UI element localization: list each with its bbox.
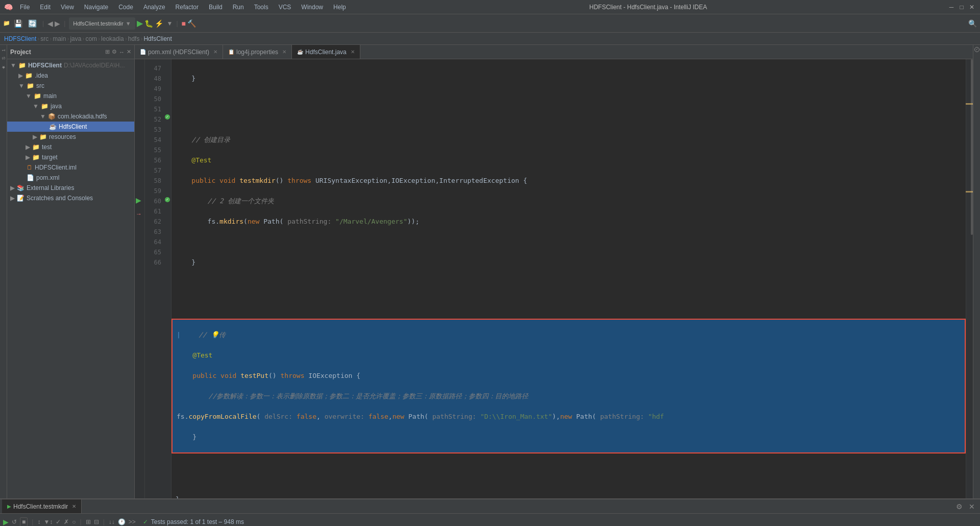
scrollbar-thumb[interactable] (971, 59, 973, 235)
code-editor-container: 📄 pom.xml (HDFSClient) ✕ 📋 log4j.propert… (135, 45, 973, 498)
tab-pom[interactable]: 📄 pom.xml (HDFSClient) ✕ (135, 45, 223, 59)
tree-item-idea[interactable]: ▶ 📁 .idea (7, 70, 134, 81)
tree-item-scratches[interactable]: ▶ 📝 Scratches and Consoles (7, 193, 134, 203)
menu-tools[interactable]: Tools (251, 3, 272, 12)
run-dropdown-btn[interactable]: ▼ (167, 20, 173, 27)
minimize-button[interactable]: ─ (947, 3, 955, 11)
bookmark-52[interactable]: ✓ (165, 114, 170, 119)
close-button[interactable]: ✕ (968, 3, 976, 11)
code-content[interactable]: } // 创建目录 @Test public void testmkdir() … (172, 59, 966, 498)
structure-tool-icon[interactable]: S (1, 55, 6, 62)
run-passed-filter[interactable]: ✓ (56, 518, 61, 525)
fav-tool-icon[interactable]: ★ (1, 63, 6, 72)
menu-build[interactable]: Build (206, 3, 226, 12)
tab-close-btn[interactable]: ✕ (351, 49, 355, 55)
run-config-selector[interactable]: HdfsClient.testmkdir ▼ (69, 17, 135, 30)
run-panel-close[interactable]: ✕ (966, 503, 978, 511)
run-collapse-btn[interactable]: ⊟ (94, 518, 99, 525)
run-expand-btn[interactable]: ⊞ (86, 518, 91, 525)
tab-close-btn[interactable]: ✕ (213, 49, 217, 55)
run-more-btn[interactable]: >> (129, 518, 136, 525)
breadcrumb-main[interactable]: main (53, 35, 66, 42)
tree-item-test[interactable]: ▶ 📁 test (7, 142, 134, 152)
tree-item-hdfs-client-root[interactable]: ▼ 📁 HDFSClient D:\JAVAcodeIDEA\H... (7, 60, 134, 70)
toolbar-back-btn[interactable]: ◀ (47, 19, 53, 28)
bookmark-60[interactable]: ✓ (165, 197, 170, 202)
tab-log4j[interactable]: 📋 log4j.properties ✕ (223, 45, 292, 59)
run-panel-settings[interactable]: ⚙ (953, 503, 966, 511)
menu-analyze[interactable]: Analyze (140, 3, 168, 12)
breadcrumb-hdfs-client[interactable]: HdfsClient (143, 35, 172, 42)
menu-code[interactable]: Code (115, 3, 136, 12)
code-line-52: public void testmkdir() throws URISyntax… (176, 176, 962, 186)
toolbar-project-icon: 📁 (3, 20, 10, 27)
run-history-btn[interactable]: 🕐 (118, 518, 126, 525)
menu-file[interactable]: File (17, 3, 33, 12)
tree-label: test (42, 144, 52, 151)
run-gutter-icon[interactable]: ▶ (136, 196, 141, 204)
bottom-panel: ▶ HdfsClient.testmkdir ✕ ⚙ ✕ ▶ ↺ ■ | ↕ ▼… (0, 498, 980, 526)
toolbar-forward-btn[interactable]: ▶ (55, 19, 60, 28)
right-error-indicator: ✓ (974, 47, 979, 52)
build-button[interactable]: 🔨 (187, 19, 196, 28)
tab-label: pom.xml (HDFSClient) (148, 49, 209, 56)
window-title: HDFSClient - HdfsClient.java - IntelliJ … (349, 4, 947, 11)
toolbar-sync-btn[interactable]: 🔄 (26, 18, 39, 29)
run-filter-btn[interactable]: ▼↕ (43, 518, 53, 525)
run-failed-filter[interactable]: ✗ (64, 518, 69, 525)
code-line-59: @Test (177, 350, 961, 361)
breadcrumb-hdfs[interactable]: hdfs (128, 35, 140, 42)
gutter: ▶ → (135, 59, 145, 498)
tree-item-target[interactable]: ▶ 📁 target (7, 152, 134, 162)
run-sort-btn[interactable]: ↕ (37, 518, 40, 525)
run-with-coverage-btn[interactable]: ⚡ (155, 19, 163, 28)
tab-hdfs-client[interactable]: ☕ HdfsClient.java ✕ (292, 45, 360, 59)
panel-external-icon[interactable]: ⊞ (105, 49, 110, 55)
breadcrumb-project[interactable]: HDFSClient (4, 35, 36, 42)
breadcrumb-sep5: › (98, 35, 100, 42)
run-play-btn[interactable]: ▶ (3, 518, 9, 526)
tree-item-src[interactable]: ▼ 📁 src (7, 81, 134, 91)
run-stop-btn[interactable]: ■ (20, 517, 28, 527)
menu-navigate[interactable]: Navigate (81, 3, 111, 12)
breadcrumb-com[interactable]: com (85, 35, 97, 42)
breadcrumb-leokadia[interactable]: leokadia (101, 35, 124, 42)
menu-run[interactable]: Run (230, 3, 247, 12)
tree-item-external-libs[interactable]: ▶ 📚 External Libraries (7, 183, 134, 193)
menu-refactor[interactable]: Refactor (173, 3, 202, 12)
tree-item-iml[interactable]: 🗒 HDFSClient.iml (7, 162, 134, 173)
debug-button[interactable]: 🐛 (144, 19, 153, 28)
project-tool-icon[interactable]: 1 (1, 47, 6, 54)
search-everywhere-btn[interactable]: 🔍 (968, 19, 977, 28)
tree-item-main[interactable]: ▼ 📁 main (7, 91, 134, 101)
tree-item-java-dir[interactable]: ▼ 📁 java (7, 101, 134, 111)
breadcrumb-java[interactable]: java (70, 35, 81, 42)
run-rerun-btn[interactable]: ↺ (12, 518, 17, 525)
panel-settings-icon[interactable]: ⚙ (112, 49, 117, 55)
tree-item-package[interactable]: ▼ 📦 com.leokadia.hdfs (7, 111, 134, 122)
breadcrumb-src[interactable]: src (40, 35, 48, 42)
menu-vcs[interactable]: VCS (276, 3, 295, 12)
code-editor[interactable]: ▶ → 47 48 49 50 51 52 53 54 55 56 57 58 … (135, 59, 973, 498)
tab-close-btn[interactable]: ✕ (282, 49, 286, 55)
run-scroll-btn[interactable]: ↓↓ (109, 518, 115, 525)
menu-edit[interactable]: Edit (37, 3, 54, 12)
menu-window[interactable]: Window (298, 3, 326, 12)
tree-item-hdfs-client-file[interactable]: ☕ HdfsClient (7, 122, 134, 132)
panel-expand-icon[interactable]: ↔ (119, 49, 125, 55)
run-button[interactable]: ▶ (137, 18, 143, 28)
run-ignored-filter[interactable]: ○ (72, 518, 76, 525)
menu-help[interactable]: Help (330, 3, 349, 12)
tree-item-pom[interactable]: 📄 pom.xml (7, 173, 134, 183)
run-tab-active[interactable]: ▶ HdfsClient.testmkdir ✕ (2, 499, 82, 513)
code-line-65: } (176, 494, 962, 498)
menu-view[interactable]: View (58, 3, 77, 12)
code-line-63: } (177, 432, 961, 442)
tree-item-resources[interactable]: ▶ 📁 resources (7, 132, 134, 142)
scrollbar-minimap[interactable] (966, 59, 973, 498)
maximize-button[interactable]: □ (958, 3, 966, 11)
stop-button[interactable]: ■ (182, 19, 186, 28)
run-tab-close[interactable]: ✕ (72, 504, 76, 509)
panel-close-icon[interactable]: ✕ (127, 49, 131, 55)
toolbar-save-btn[interactable]: 💾 (12, 18, 24, 29)
